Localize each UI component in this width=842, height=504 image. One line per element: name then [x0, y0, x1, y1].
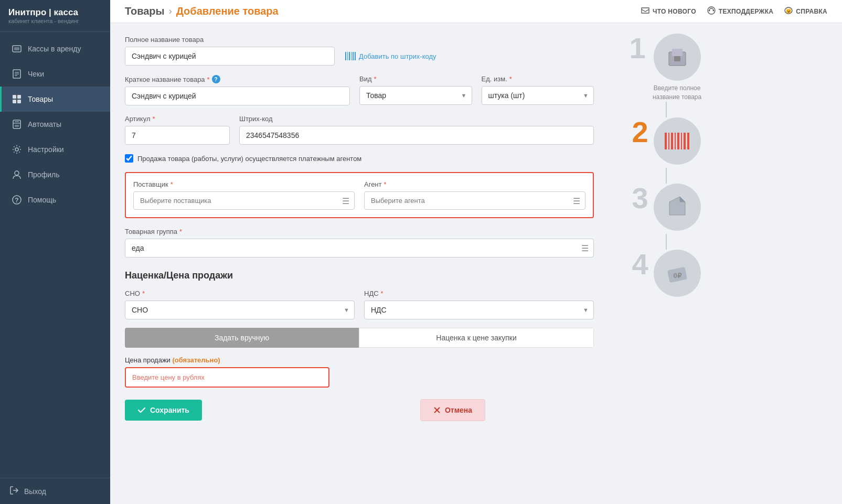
cheki-icon: [11, 68, 23, 80]
agent-list-icon[interactable]: ☰: [573, 196, 580, 206]
support-action[interactable]: ТЕХПОДДЕРЖКА: [707, 6, 774, 17]
sidebar-item-profil[interactable]: Профиль: [0, 162, 110, 187]
sno-select[interactable]: СНО УСН доходы УСН доходы-расходы ОСНО Е…: [125, 301, 355, 319]
sno-label: СНО*: [125, 289, 355, 297]
full-name-input[interactable]: [125, 47, 335, 66]
tab-markup[interactable]: Наценка к цене закупки: [359, 328, 594, 348]
price-input[interactable]: [125, 367, 329, 388]
supplier-group: Поставщик* ☰: [133, 180, 355, 210]
agent-input[interactable]: [364, 191, 585, 210]
supplier-input[interactable]: [133, 191, 355, 210]
short-name-label: Краткое название товара* ?: [125, 75, 350, 83]
sidebar-label-tovary: Товары: [28, 95, 53, 103]
sidebar-item-cheki[interactable]: Чеки: [0, 61, 110, 87]
sidebar: Инитпро | касса кабинет клиента - вендин…: [0, 0, 110, 504]
svg-rect-13: [15, 125, 19, 127]
sidebar-item-pomoshch[interactable]: ? Помощь: [0, 187, 110, 212]
product-group-field: Товарная группа* ☰: [125, 228, 594, 258]
sidebar-item-nastroyki[interactable]: Настройки: [0, 137, 110, 162]
supplier-label: Поставщик*: [133, 180, 355, 188]
svg-text:?: ?: [15, 197, 18, 204]
svg-text:😺: 😺: [785, 7, 792, 14]
sno-group: СНО* СНО УСН доходы УСН доходы-расходы О…: [125, 289, 355, 319]
agent-checkbox[interactable]: [125, 154, 133, 163]
full-name-group: Полное название товара Добавить по штрих…: [125, 36, 594, 66]
barcode-label: Штрих-код: [239, 115, 594, 123]
sidebar-item-tovary[interactable]: Товары: [0, 87, 110, 112]
help-label: СПРАВКА: [796, 8, 827, 15]
short-name-row: Краткое название товара* ? Вид* Товар Ра…: [125, 75, 594, 105]
svg-rect-27: [353, 52, 354, 60]
svg-text:0₽: 0₽: [673, 272, 681, 280]
sidebar-nav: Кассы в аренду Чеки Товары Автоматы Наст…: [0, 32, 110, 478]
sidebar-item-kassas[interactable]: Кассы в аренду: [0, 36, 110, 61]
cancel-button[interactable]: Отмена: [420, 399, 485, 421]
news-label: ЧТО НОВОГО: [653, 8, 696, 15]
unit-group: Ед. изм.* штука (шт) кг л: [482, 75, 594, 105]
breadcrumb-current: Добавление товара: [176, 5, 279, 17]
barcode-group: Штрих-код: [239, 115, 594, 145]
svg-rect-1: [14, 47, 19, 50]
product-group-icon[interactable]: ☰: [581, 243, 589, 253]
step-4-circle: 0₽: [654, 250, 701, 297]
breadcrumb-arrow: ›: [169, 6, 172, 17]
svg-rect-26: [351, 52, 351, 60]
tovary-icon: [11, 93, 23, 105]
help-icon: 😺: [784, 6, 793, 17]
sidebar-bottom: Выход: [0, 478, 110, 504]
svg-rect-37: [675, 133, 676, 149]
kassas-icon: [11, 43, 23, 55]
svg-rect-34: [665, 133, 667, 149]
checkbox-label: Продажа товара (работы, услуги) осуществ…: [137, 155, 361, 163]
sidebar-item-avtomaty[interactable]: Автоматы: [0, 112, 110, 137]
breadcrumb: Товары › Добавление товара: [125, 5, 279, 17]
step-3: 3: [632, 184, 700, 250]
price-tabs: Задать вручную Наценка к цене закупки: [125, 328, 594, 348]
tab-manual[interactable]: Задать вручную: [125, 328, 359, 348]
nds-label: НДС*: [364, 289, 594, 297]
step-2-circle: [654, 117, 701, 165]
checkbox-row: Продажа товара (работы, услуги) осуществ…: [125, 154, 594, 163]
supplier-agent-row: Поставщик* ☰ Агент* ☰: [133, 180, 585, 210]
pricing-title: Наценка/Цена продажи: [125, 270, 594, 281]
barcode-link[interactable]: Добавить по штрих-коду: [345, 52, 436, 60]
breadcrumb-parent: Товары: [125, 5, 165, 17]
supplier-agent-section: Поставщик* ☰ Агент* ☰: [125, 172, 594, 218]
sidebar-label-profil: Профиль: [28, 170, 59, 179]
supplier-list-icon[interactable]: ☰: [342, 196, 349, 206]
product-group-input[interactable]: [125, 239, 594, 258]
step-1-circle: [654, 34, 701, 81]
nds-select-wrap: НДС Без НДС 0% 10% 20%: [364, 301, 594, 319]
svg-rect-32: [672, 49, 683, 56]
svg-rect-39: [681, 133, 682, 149]
type-select[interactable]: Товар Работа Услуга: [359, 86, 472, 105]
save-button[interactable]: Сохранить: [125, 400, 202, 421]
help-tooltip-icon[interactable]: ?: [212, 75, 220, 83]
barcode-link-label: Добавить по штрих-коду: [359, 52, 436, 60]
nds-select[interactable]: НДС Без НДС 0% 10% 20%: [364, 301, 594, 319]
sno-select-wrap: СНО УСН доходы УСН доходы-расходы ОСНО Е…: [125, 301, 355, 319]
price-label: Цена продажи (обязательно): [125, 356, 594, 364]
agent-label: Агент*: [364, 180, 585, 188]
news-action[interactable]: ЧТО НОВОГО: [641, 6, 696, 17]
barcode-input[interactable]: [239, 126, 594, 145]
step-1-number: 1: [629, 34, 645, 63]
content-wrap: Полное название товара Добавить по штрих…: [110, 23, 842, 504]
sno-nds-row: СНО* СНО УСН доходы УСН доходы-расходы О…: [125, 289, 594, 319]
short-name-input[interactable]: [125, 87, 350, 105]
unit-select[interactable]: штука (шт) кг л: [482, 86, 594, 105]
svg-rect-23: [345, 52, 346, 60]
article-input[interactable]: [125, 126, 230, 145]
logout-button[interactable]: Выход: [9, 486, 101, 497]
help-action[interactable]: 😺 СПРАВКА: [784, 6, 827, 17]
price-group: Цена продажи (обязательно): [125, 356, 594, 388]
step-1-label: Введите полное название товара: [651, 84, 704, 102]
agent-group: Агент* ☰: [364, 180, 585, 210]
sidebar-label-avtomaty: Автоматы: [28, 120, 61, 128]
agent-input-wrap: ☰: [364, 191, 585, 210]
app-title: Инитпро | касса: [8, 7, 102, 18]
svg-rect-6: [13, 95, 16, 99]
profil-icon: [11, 169, 23, 180]
svg-rect-7: [17, 95, 21, 99]
pomoshch-icon: ?: [11, 194, 23, 206]
